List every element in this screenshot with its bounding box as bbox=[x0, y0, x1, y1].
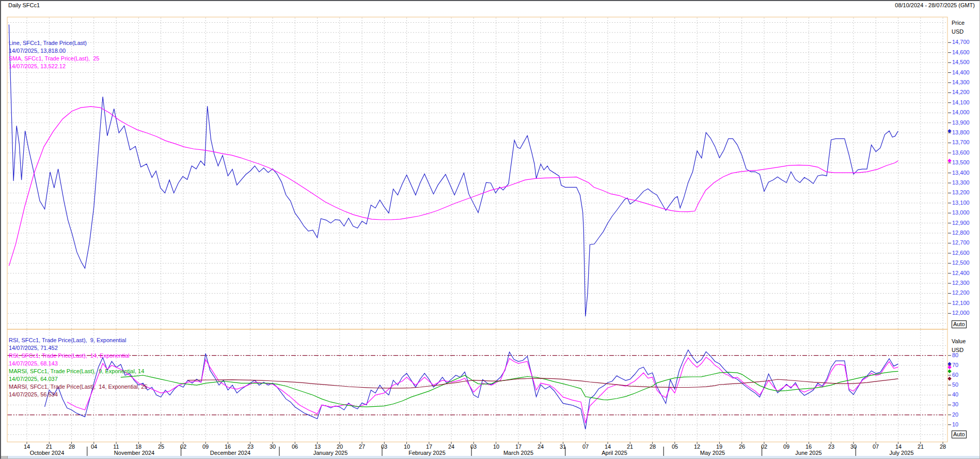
window-title: Daily SFCc1 bbox=[8, 2, 40, 8]
date-tick-label: 05 bbox=[672, 443, 678, 450]
rsi-last-value-marker bbox=[947, 377, 952, 381]
price-last-value-marker bbox=[947, 159, 952, 163]
chart-window: Daily SFCc1 08/10/2024 - 28/07/2025 (GMT… bbox=[0, 0, 980, 459]
date-tick-label: 31 bbox=[560, 443, 566, 450]
date-tick-label: 21 bbox=[918, 443, 924, 450]
price-tick-label: 13,700 bbox=[952, 139, 970, 146]
date-tick-label: 28 bbox=[69, 443, 75, 450]
price-tick-label: 13,400 bbox=[952, 170, 970, 176]
scrollbar-left-handle[interactable] bbox=[0, 456, 8, 458]
price-tick-label: 12,800 bbox=[952, 230, 970, 236]
price-tick-label: 13,100 bbox=[952, 200, 970, 206]
date-tick-label: 28 bbox=[940, 443, 946, 450]
price-tick-label: 14,300 bbox=[952, 79, 970, 86]
rsi-auto-scale-button[interactable]: Auto bbox=[952, 431, 967, 438]
rsi-last-value-marker bbox=[947, 365, 952, 370]
price-tick-label: 12,000 bbox=[952, 310, 970, 316]
price-tick-label: 14,400 bbox=[952, 69, 970, 76]
price-tick-label: 13,500 bbox=[952, 159, 970, 166]
date-tick-label: 30 bbox=[270, 443, 276, 450]
date-tick-label: 23 bbox=[828, 443, 834, 450]
date-tick-label: 07 bbox=[873, 443, 879, 450]
rsi-axis-title: Value bbox=[952, 338, 966, 344]
date-tick-label: 24 bbox=[538, 443, 544, 450]
price-tick-label: 13,000 bbox=[952, 209, 970, 216]
horizontal-scrollbar[interactable] bbox=[0, 456, 980, 458]
rsi-legend-row[interactable]: 14/07/2025, 68.143 bbox=[9, 360, 58, 368]
date-tick-label: 09 bbox=[783, 443, 789, 450]
date-tick-label: 24 bbox=[448, 443, 454, 450]
price-tick-label: 12,700 bbox=[952, 239, 970, 246]
date-tick-label: 28 bbox=[650, 443, 656, 450]
price-axis-title: Price bbox=[952, 20, 965, 26]
date-tick-label: 02 bbox=[180, 443, 186, 450]
price-tick-label: 13,600 bbox=[952, 149, 970, 156]
price-legend-row[interactable]: Line, SFCc1, Trade Price(Last) bbox=[9, 39, 87, 47]
price-tick-label: 12,600 bbox=[952, 250, 970, 256]
price-tick-label: 13,300 bbox=[952, 179, 970, 186]
price-tick-label: 14,100 bbox=[952, 99, 970, 106]
price-tick-label: 14,500 bbox=[952, 59, 970, 66]
price-legend-row[interactable]: SMA, SFCc1, Trade Price(Last), 25 bbox=[9, 55, 99, 63]
rsi-legend-row[interactable]: RSI, SFCc1, Trade Price(Last), 9, Expone… bbox=[9, 336, 126, 344]
date-tick-label: 26 bbox=[739, 443, 745, 450]
date-range-label: 08/10/2024 - 28/07/2025 (GMT) bbox=[895, 2, 975, 8]
rsi-tick-label: 70 bbox=[952, 362, 958, 369]
date-tick-label: 25 bbox=[158, 443, 164, 450]
rsi-tick-label: 50 bbox=[952, 381, 958, 388]
rsi-legend-row[interactable]: MARSI, SFCc1, Trade Price(Last), 9, Expo… bbox=[9, 368, 144, 375]
date-tick-label: 02 bbox=[761, 443, 767, 450]
rsi-tick-label: 30 bbox=[952, 401, 958, 408]
date-tick-label: 04 bbox=[91, 443, 97, 450]
date-tick-label: 12 bbox=[694, 443, 700, 450]
rsi-legend-row[interactable]: MARSI, SFCc1, Trade Price(Last), 14, Exp… bbox=[9, 383, 147, 391]
rsi-legend-row[interactable]: 14/07/2025, 56.534 bbox=[9, 391, 58, 399]
price-tick-label: 12,400 bbox=[952, 270, 970, 277]
price-tick-label: 14,600 bbox=[952, 49, 970, 56]
date-tick-label: 03 bbox=[470, 443, 477, 450]
rsi-tick-label: 60 bbox=[952, 372, 958, 378]
price-tick-label: 12,200 bbox=[952, 289, 970, 296]
price-tick-label: 12,100 bbox=[952, 300, 970, 307]
date-tick-label: 07 bbox=[582, 443, 589, 450]
rsi-legend-row[interactable]: 14/07/2025, 64.037 bbox=[9, 375, 58, 383]
rsi-legend-row[interactable]: RSI, SFCc1, Trade Price(Last), 14, Expon… bbox=[9, 352, 130, 360]
rsi-legend-row[interactable]: 14/07/2025, 71.452 bbox=[9, 344, 58, 352]
rsi-last-value-marker bbox=[947, 370, 952, 374]
date-tick-label: 03 bbox=[381, 443, 387, 450]
date-tick-label: 06 bbox=[292, 443, 298, 450]
price-tick-label: 14,700 bbox=[952, 39, 970, 45]
price-legend-row[interactable]: 14/07/2025, 13,522.12 bbox=[9, 63, 66, 70]
price-axis-unit: USD bbox=[952, 28, 963, 35]
rsi-tick-label: 80 bbox=[952, 352, 958, 359]
date-tick-label: 21 bbox=[627, 443, 633, 450]
date-tick-label: 10 bbox=[493, 443, 499, 450]
price-auto-scale-button[interactable]: Auto bbox=[952, 320, 967, 328]
price-tick-label: 13,800 bbox=[952, 129, 970, 136]
date-tick-label: 14 bbox=[24, 443, 30, 450]
price-tick-label: 14,200 bbox=[952, 89, 970, 96]
date-tick-label: 09 bbox=[202, 443, 209, 450]
rsi-tick-label: 10 bbox=[952, 421, 958, 428]
rsi-plot-area[interactable] bbox=[7, 329, 947, 442]
price-tick-label: 12,500 bbox=[952, 259, 970, 266]
price-tick-label: 13,900 bbox=[952, 119, 970, 126]
date-tick-label: 27 bbox=[359, 443, 365, 450]
rsi-tick-label: 20 bbox=[952, 411, 958, 418]
price-last-value-marker bbox=[947, 129, 952, 133]
price-tick-label: 12,300 bbox=[952, 280, 970, 286]
price-plot-area[interactable] bbox=[7, 17, 947, 329]
price-legend-row[interactable]: 14/07/2025, 13,818.00 bbox=[9, 47, 66, 55]
rsi-tick-label: 40 bbox=[952, 391, 958, 398]
price-tick-label: 12,900 bbox=[952, 220, 970, 226]
date-tick-label: 30 bbox=[850, 443, 857, 450]
price-tick-label: 14,000 bbox=[952, 109, 970, 116]
price-tick-label: 13,200 bbox=[952, 189, 970, 196]
